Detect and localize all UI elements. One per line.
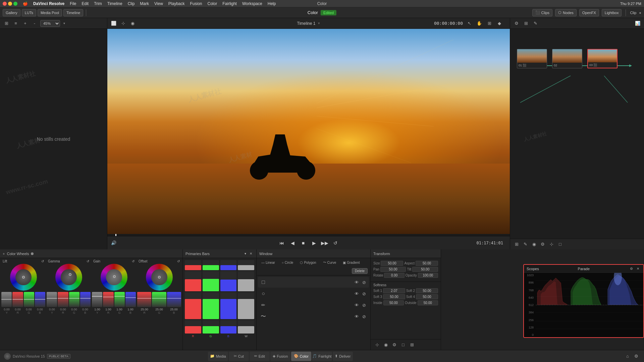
menu-mark[interactable]: Mark bbox=[140, 1, 149, 6]
gradient-tool-btn[interactable]: ▣ Gradient bbox=[341, 260, 362, 265]
g-lift-bar-container[interactable] bbox=[203, 260, 219, 270]
menu-trim[interactable]: Trim bbox=[94, 1, 102, 6]
lift-slider-r[interactable] bbox=[12, 292, 23, 307]
node-02[interactable]: 02 bbox=[552, 49, 582, 68]
gain-slider-b[interactable] bbox=[125, 292, 136, 307]
nav-fairlight-btn[interactable]: 🎵 Fairlight bbox=[312, 352, 332, 361]
soft4-value[interactable]: 50.00 bbox=[416, 294, 438, 299]
traffic-light[interactable] bbox=[3, 2, 17, 6]
menu-fairlight[interactable]: Fairlight bbox=[222, 1, 237, 6]
minimize-btn[interactable] bbox=[8, 2, 12, 6]
nav-fusion-btn[interactable]: ◈ Fusion bbox=[270, 352, 290, 361]
window-shape-square[interactable]: □ 👁 ⊘ bbox=[258, 277, 369, 288]
soft3-value[interactable]: 50.00 bbox=[383, 294, 405, 299]
gallery-btn[interactable]: Gallery bbox=[3, 9, 20, 16]
r-gain-bar-container[interactable] bbox=[185, 292, 201, 319]
zoom-select[interactable]: 45% 100% Fit bbox=[40, 20, 60, 27]
offset-wheel-circle[interactable] bbox=[146, 264, 173, 291]
lift-wheel-circle[interactable] bbox=[10, 264, 37, 291]
nodes-tb-5[interactable]: ⊹ bbox=[548, 241, 555, 248]
grid-overlay-icon[interactable]: ⊞ bbox=[486, 20, 493, 27]
menu-fusion[interactable]: Fusion bbox=[190, 1, 202, 6]
nav-deliver-btn[interactable]: ⬆ Deliver bbox=[333, 352, 353, 361]
nodes-tb-4[interactable]: ⚙ bbox=[539, 241, 546, 248]
gamma-slider-b[interactable] bbox=[80, 292, 91, 307]
menu-color[interactable]: Color bbox=[208, 1, 217, 6]
xform-tb-4[interactable]: □ bbox=[399, 341, 407, 349]
node-03[interactable]: 03 ⬛ bbox=[587, 49, 618, 68]
delete-btn[interactable]: Delete bbox=[352, 268, 368, 274]
b-gamma-bar-container[interactable] bbox=[220, 271, 237, 291]
nodes-tb-3[interactable]: ◉ bbox=[530, 241, 538, 248]
tilt-value[interactable]: 50.00 bbox=[412, 267, 438, 272]
gamma-slider-y[interactable] bbox=[47, 292, 57, 307]
node-01[interactable]: 01 ⬛ bbox=[517, 49, 547, 68]
b-gain-bar-container[interactable] bbox=[220, 292, 237, 319]
gamma-wheel-circle[interactable] bbox=[55, 264, 82, 291]
add-wheel-icon[interactable]: + bbox=[3, 252, 5, 256]
w-lift-bar-container[interactable] bbox=[238, 260, 254, 270]
nodes-tb-6[interactable]: □ bbox=[556, 241, 564, 248]
xform-tb-3[interactable]: ⚙ bbox=[391, 341, 398, 349]
status-settings-icon[interactable]: ⚙ bbox=[633, 353, 640, 360]
square-invert-icon[interactable]: ⊘ bbox=[361, 279, 367, 285]
b-lift-bar-container[interactable] bbox=[220, 260, 237, 270]
curve-visible-icon[interactable]: 👁 bbox=[354, 313, 360, 319]
step-forward-btn[interactable]: ▶▶ bbox=[321, 239, 329, 247]
soft1-value[interactable]: 2.07 bbox=[383, 288, 405, 293]
zoom-out-icon[interactable]: - bbox=[31, 20, 38, 27]
w-offset-bar-container[interactable] bbox=[238, 320, 254, 334]
maximize-btn[interactable] bbox=[13, 2, 17, 6]
gain-slider-g[interactable] bbox=[114, 292, 125, 307]
window-shape-pencil[interactable]: ✏ 👁 ⊘ bbox=[258, 300, 369, 310]
g-gain-bar-container[interactable] bbox=[203, 292, 219, 319]
nodes-edit-icon[interactable]: ✎ bbox=[532, 20, 539, 27]
xform-tb-2[interactable]: ◉ bbox=[382, 341, 389, 349]
clips-btn[interactable]: ⬛ Clips bbox=[532, 9, 552, 16]
nav-edit-btn[interactable]: ✏ Edit bbox=[250, 352, 270, 361]
inside-value[interactable]: 50.00 bbox=[383, 300, 404, 305]
gamma-reset-icon[interactable]: ↺ bbox=[87, 259, 89, 263]
transform-icon[interactable]: ⬜ bbox=[110, 20, 117, 27]
menu-clip[interactable]: Clip bbox=[128, 1, 135, 6]
scopes-settings-icon[interactable]: ⚙ bbox=[629, 266, 634, 272]
hand-icon[interactable]: ✋ bbox=[476, 20, 483, 27]
circle-visible-icon[interactable]: 👁 bbox=[354, 291, 360, 297]
gamma-slider-r[interactable] bbox=[58, 292, 68, 307]
loop-btn[interactable]: ↺ bbox=[331, 239, 339, 247]
circle-invert-icon[interactable]: ⊘ bbox=[361, 291, 367, 297]
primaries-close-icon[interactable]: ✕ bbox=[248, 251, 254, 256]
menu-workspace[interactable]: Workspace bbox=[242, 1, 262, 6]
lightbox-btn[interactable]: Lightbox bbox=[602, 9, 622, 16]
r-offset-bar-container[interactable] bbox=[185, 320, 201, 334]
openfx-btn[interactable]: OpenFX bbox=[579, 9, 599, 16]
polygon-tool-btn[interactable]: ⬡ Polygon bbox=[298, 260, 318, 265]
menu-view[interactable]: View bbox=[154, 1, 163, 6]
crop-icon[interactable]: ⊹ bbox=[119, 20, 127, 27]
size-value[interactable]: 50.00 bbox=[381, 261, 403, 266]
menu-timeline[interactable]: Timeline bbox=[107, 1, 122, 6]
window-shape-circle[interactable]: ○ 👁 ⊘ bbox=[258, 288, 369, 299]
curve-tool-btn[interactable]: 〜 Curve bbox=[321, 259, 338, 265]
nodes-tb-1[interactable]: ⊞ bbox=[513, 241, 520, 248]
scopes-close-icon[interactable]: ✕ bbox=[635, 266, 641, 272]
aspect-value[interactable]: 50.00 bbox=[416, 261, 438, 266]
gain-slider-y[interactable] bbox=[92, 292, 102, 307]
w-gain-bar-container[interactable] bbox=[238, 292, 254, 319]
flag-icon[interactable]: 🔊 bbox=[110, 239, 117, 247]
xform-tb-1[interactable]: ⊹ bbox=[373, 341, 381, 349]
nav-color-btn[interactable]: 🎨 Color bbox=[291, 352, 311, 361]
cursor-icon[interactable]: ↖ bbox=[466, 20, 473, 27]
zoom-in-icon[interactable]: + bbox=[21, 20, 29, 27]
nav-cut-btn[interactable]: ✂ Cut bbox=[229, 352, 249, 361]
g-offset-bar-container[interactable] bbox=[203, 320, 219, 334]
menu-playback[interactable]: Playback bbox=[168, 1, 185, 6]
nodes-tb-2[interactable]: ✎ bbox=[522, 241, 529, 248]
g-gamma-bar-container[interactable] bbox=[203, 271, 219, 291]
stop-btn[interactable]: ■ bbox=[299, 239, 307, 247]
opacity-value[interactable]: 100.00 bbox=[418, 273, 438, 278]
gain-slider-r[interactable] bbox=[103, 292, 113, 307]
nav-media-btn[interactable]: 📁 Media bbox=[208, 352, 228, 361]
r-gamma-bar-container[interactable] bbox=[185, 271, 201, 291]
lift-slider-g[interactable] bbox=[24, 292, 34, 307]
